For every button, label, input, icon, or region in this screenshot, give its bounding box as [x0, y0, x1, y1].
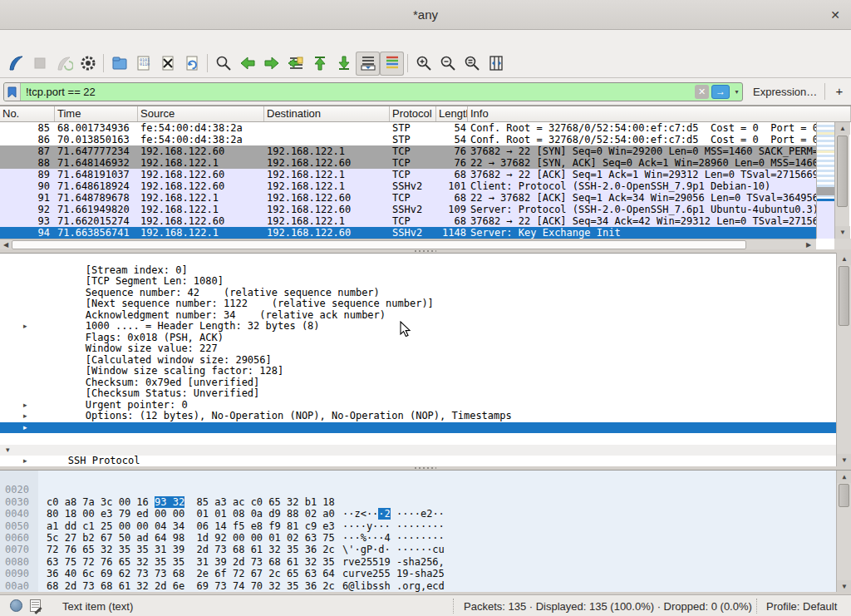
hex-row[interactable]: 0020 c0 a8 7a 3c 00 16 93 32 85 a3 ac c0… — [0, 472, 851, 484]
detail-tree-item[interactable]: [Window size scaling factor: 128] — [0, 355, 851, 367]
packet-list-hscrollbar[interactable]: ◀ ▶ — [0, 239, 816, 250]
scrollbar-thumb[interactable] — [837, 136, 848, 207]
menu-item[interactable] — [106, 37, 121, 42]
filter-bookmark-icon[interactable] — [4, 83, 21, 101]
start-capture-icon[interactable] — [3, 52, 27, 76]
detail-tree-item[interactable]: ▸Flags: 0x018 (PSH, ACK) — [0, 321, 851, 333]
detail-tree-item[interactable]: ▸[SEQ/ACK analysis] — [0, 411, 851, 422]
auto-scroll-icon[interactable] — [356, 52, 380, 76]
detail-tree-item[interactable]: [Checksum Status: Unverified] — [0, 377, 851, 389]
close-window-icon[interactable]: ✕ — [828, 7, 843, 22]
scroll-down-icon[interactable]: ▼ — [837, 454, 851, 466]
filter-history-dropdown-icon[interactable]: ▾ — [731, 85, 742, 99]
capture-comment-icon[interactable] — [30, 599, 41, 612]
go-last-packet-icon[interactable] — [332, 52, 356, 76]
display-filter-input[interactable] — [21, 83, 695, 101]
close-file-icon[interactable] — [155, 52, 180, 76]
packet-row[interactable]: 91 71.648789678 192.168.122.1 192.168.12… — [0, 192, 816, 204]
expert-info-icon[interactable] — [10, 599, 22, 612]
hex-row[interactable]: 0040 a1 dd c1 25 00 00 04 34 06 14 f5 e8… — [0, 496, 851, 508]
expander-icon[interactable]: ▸ — [23, 400, 35, 411]
menu-item[interactable] — [2, 37, 17, 42]
expander-icon[interactable]: ▾ — [6, 445, 17, 456]
go-first-packet-icon[interactable] — [307, 52, 332, 76]
column-header-protocol[interactable]: Protocol — [390, 106, 436, 121]
go-to-packet-icon[interactable] — [283, 52, 307, 76]
menu-item[interactable] — [151, 37, 166, 42]
go-back-icon[interactable] — [235, 52, 259, 76]
detail-tree-item[interactable]: ▸SSH Version 2 (encryption:chacha20-poly… — [0, 456, 851, 466]
detail-tree-item[interactable]: Window size value: 227 — [0, 333, 851, 344]
resize-columns-icon[interactable] — [484, 52, 508, 76]
scrollbar-thumb[interactable] — [839, 266, 849, 326]
title-bar[interactable]: *any ✕ — [0, 0, 851, 30]
zoom-in-icon[interactable] — [411, 52, 435, 76]
menu-item[interactable] — [17, 37, 32, 42]
packet-list-header[interactable]: No. Time Source Destination Protocol Len… — [0, 106, 851, 122]
hex-row[interactable]: 0090 68 2d 73 68 61 32 2d 6e 69 73 74 70… — [0, 556, 851, 568]
scroll-down-icon[interactable]: ▼ — [835, 226, 850, 239]
detail-tree-item[interactable]: 1000 .... = Header Length: 32 bytes (8) — [0, 310, 851, 322]
hex-row[interactable]: 0080 36 40 6c 69 62 73 73 68 2e 6f 72 67… — [0, 544, 851, 555]
expander-icon[interactable]: ▸ — [23, 321, 35, 333]
scroll-up-icon[interactable]: ▲ — [837, 471, 851, 483]
display-filter-box[interactable]: ✕ → ▾ — [3, 82, 743, 101]
intelligent-scrollbar-minimap[interactable] — [816, 122, 834, 239]
packet-row[interactable]: 94 71.663856741 192.168.122.1 192.168.12… — [0, 227, 816, 239]
menu-item[interactable] — [47, 37, 61, 42]
scroll-up-icon[interactable]: ▲ — [835, 122, 850, 135]
menu-item[interactable] — [76, 37, 91, 42]
expression-button[interactable]: Expression… — [753, 86, 817, 98]
expander-icon[interactable]: ▸ — [23, 411, 35, 422]
packet-row[interactable]: 88 71.648146932 192.168.122.1 192.168.12… — [0, 157, 816, 169]
scrollbar-thumb[interactable] — [12, 240, 746, 249]
packet-row[interactable]: 90 71.648618924 192.168.122.60 192.168.1… — [0, 180, 816, 192]
stop-capture-icon[interactable] — [27, 52, 52, 76]
add-filter-button[interactable]: + — [831, 83, 848, 100]
details-vscrollbar[interactable]: ▲ ▼ — [836, 253, 851, 466]
hex-row[interactable]: 0070 63 75 72 76 65 32 35 35 31 39 2d 73… — [0, 532, 851, 544]
hex-vscrollbar[interactable]: ▲ ▼ — [836, 471, 851, 592]
detail-tree-item[interactable]: ▸[Timestamps] — [0, 422, 851, 434]
colorize-packets-icon[interactable] — [380, 52, 404, 76]
column-header-length[interactable]: Length — [436, 106, 468, 121]
menu-item[interactable] — [121, 37, 136, 42]
menu-item[interactable] — [91, 37, 106, 42]
packet-list-vscrollbar[interactable]: ▲ ▼ — [834, 122, 849, 239]
packet-row[interactable]: 93 71.662015274 192.168.122.60 192.168.1… — [0, 215, 816, 227]
hex-row[interactable]: 00b0 38 34 2c 65 63 64 68 2d 73 68 61 32… — [0, 580, 851, 592]
detail-tree-item[interactable]: Urgent pointer: 0 — [0, 388, 851, 400]
find-packet-icon[interactable] — [211, 52, 235, 76]
zoom-out-icon[interactable] — [435, 52, 460, 76]
scroll-down-icon[interactable]: ▼ — [837, 580, 851, 592]
scroll-up-icon[interactable]: ▲ — [837, 253, 851, 265]
restart-capture-icon[interactable] — [52, 52, 76, 76]
save-file-icon[interactable]: 01010110 — [131, 52, 155, 76]
capture-options-icon[interactable] — [76, 52, 100, 76]
profile-status[interactable]: Profile: Default — [766, 600, 837, 613]
expander-icon[interactable]: ▸ — [23, 422, 35, 434]
go-forward-icon[interactable] — [259, 52, 283, 76]
detail-tree-item[interactable]: Checksum: 0x79ed [unverified] — [0, 366, 851, 377]
hex-row[interactable]: 0030 80 18 00 e3 79 ed 00 00 01 01 08 0a… — [0, 484, 851, 495]
packet-row[interactable]: 89 71.648191037 192.168.122.60 192.168.1… — [0, 169, 816, 180]
detail-tree-item[interactable]: ▾SSH Protocol — [0, 445, 851, 456]
detail-tree-item[interactable]: [Calculated window size: 29056] — [0, 343, 851, 355]
reload-file-icon[interactable] — [180, 52, 204, 76]
packet-row[interactable]: 85 68.001734936 fe:54:00:d4:38:2a STP 54… — [0, 122, 816, 134]
detail-tree-item[interactable]: ▸Options: (12 bytes), No-Operation (NOP)… — [0, 400, 851, 411]
menu-item[interactable] — [32, 37, 47, 42]
column-header-source[interactable]: Source — [138, 106, 264, 121]
menu-item[interactable] — [61, 37, 76, 42]
detail-tree-item[interactable]: [Stream index: 0] — [0, 254, 851, 265]
scrollbar-thumb[interactable] — [839, 484, 849, 507]
detail-tree-item[interactable]: [TCP Segment Len: 1080] — [0, 265, 851, 277]
detail-tree-item[interactable]: [Next sequence number: 1122 (relative se… — [0, 288, 851, 299]
column-header-no[interactable]: No. — [0, 106, 55, 121]
packet-row[interactable]: 92 71.661949820 192.168.122.1 192.168.12… — [0, 204, 816, 215]
detail-tree-item[interactable]: Acknowledgment number: 34 (relative ack … — [0, 298, 851, 310]
packet-row[interactable]: 86 70.013850163 fe:54:00:d4:38:2a STP 54… — [0, 134, 816, 145]
column-header-time[interactable]: Time — [55, 106, 138, 121]
hex-row[interactable]: 0050 5c 27 b2 67 50 ad 64 98 1d 92 00 00… — [0, 508, 851, 520]
menu-item[interactable] — [136, 37, 151, 42]
